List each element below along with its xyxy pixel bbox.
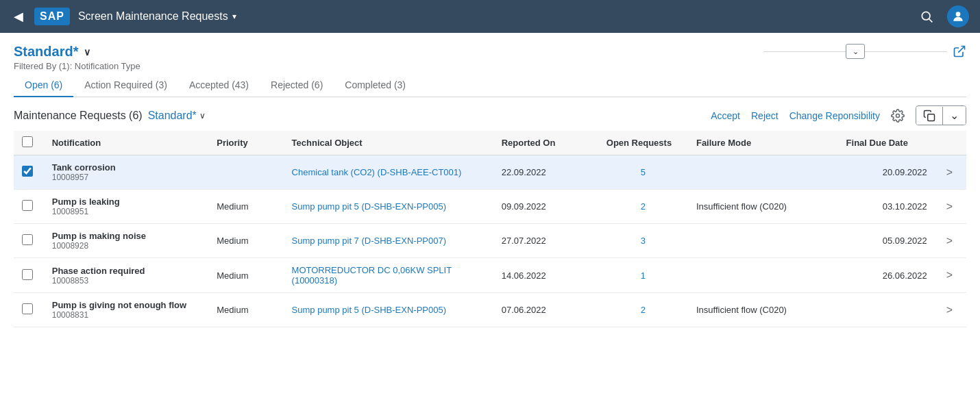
settings-button[interactable] (891, 109, 905, 123)
row5-reported: 07.06.2022 (493, 293, 598, 327)
tab-open[interactable]: Open (6) (14, 74, 73, 97)
tab-accepted[interactable]: Accepted (43) (178, 74, 260, 97)
copy-icon (923, 110, 935, 122)
table-row[interactable]: Pump is giving not enough flow 10008831 … (14, 293, 966, 327)
scroll-line-left (763, 51, 846, 52)
row4-nav-button[interactable]: > (944, 266, 955, 284)
search-button[interactable] (917, 7, 936, 26)
settings-icon (891, 109, 905, 123)
row4-checkbox[interactable] (22, 269, 33, 280)
row1-open-requests[interactable]: 5 (598, 155, 688, 190)
table-area: Maintenance Requests (6) Standard* ∨ Acc… (0, 97, 980, 327)
user-avatar[interactable] (947, 5, 969, 27)
toolbar-right: Accept Reject Change Reponsibility ⌄ (711, 105, 966, 125)
table-row[interactable]: Tank corrosion 10008957 Chemical tank (C… (14, 155, 966, 190)
sap-logo-text: SAP (40, 10, 64, 23)
row3-open-requests-link[interactable]: 3 (641, 236, 646, 246)
row3-priority: Medium (208, 224, 283, 258)
row2-notification: Pump is leaking 10008951 (44, 190, 209, 224)
tab-completed[interactable]: Completed (3) (334, 74, 417, 97)
accept-button[interactable]: Accept (711, 110, 740, 121)
search-icon (920, 10, 933, 23)
row2-open-requests-link[interactable]: 2 (641, 201, 646, 212)
row5-nav: > (935, 293, 966, 327)
row5-technical[interactable]: Sump pump pit 5 (D-SHB-EXN-PP005) (284, 293, 493, 327)
row5-nav-button[interactable]: > (944, 301, 955, 319)
select-all-header (14, 131, 44, 155)
row3-nav-button[interactable]: > (944, 232, 955, 250)
row1-nav-button[interactable]: > (944, 164, 955, 181)
select-all-checkbox[interactable] (22, 136, 33, 147)
row2-reported: 09.09.2022 (493, 190, 598, 224)
row1-checkbox[interactable] (22, 166, 33, 177)
row3-notification-id: 10008928 (52, 241, 201, 251)
row4-checkbox-cell (14, 258, 44, 293)
row2-checkbox[interactable] (22, 200, 33, 211)
row2-notification-id: 10008951 (52, 207, 201, 216)
row3-technical-link[interactable]: Sump pump pit 7 (D-SHB-EXN-PP007) (292, 236, 446, 246)
row1-open-requests-link[interactable]: 5 (641, 167, 646, 177)
copy-button[interactable] (916, 107, 943, 125)
row2-failure-mode: Insufficient flow (C020) (688, 190, 838, 224)
row4-notification: Phase action required 10008853 (44, 258, 209, 293)
scroll-line-right (865, 51, 947, 52)
row5-open-requests-link[interactable]: 2 (641, 305, 646, 315)
row4-open-requests-link[interactable]: 1 (641, 270, 646, 281)
row3-due-date: 05.09.2022 (838, 224, 935, 258)
table-view-selector[interactable]: Standard* ∨ (148, 110, 206, 122)
row2-technical[interactable]: Sump pump pit 5 (D-SHB-EXN-PP005) (284, 190, 493, 224)
row5-technical-link[interactable]: Sump pump pit 5 (D-SHB-EXN-PP005) (292, 305, 446, 315)
scroll-down-button[interactable]: ⌄ (846, 44, 865, 59)
row2-nav-button[interactable]: > (944, 198, 955, 216)
col-header-notification: Notification (44, 131, 209, 155)
row5-checkbox-cell (14, 293, 44, 327)
table-view-caret-icon[interactable]: ∨ (199, 111, 206, 121)
row3-notification-name: Pump is making noise (52, 231, 201, 241)
page-title[interactable]: Standard* ∨ (14, 44, 140, 60)
row5-checkbox[interactable] (22, 303, 33, 314)
row1-technical[interactable]: Chemical tank (CO2) (D-SHB-AEE-CT001) (284, 155, 493, 190)
col-header-technical: Technical Object (284, 131, 493, 155)
page-title-caret-icon[interactable]: ∨ (84, 47, 90, 58)
export-button[interactable] (953, 45, 966, 62)
row2-technical-link[interactable]: Sump pump pit 5 (D-SHB-EXN-PP005) (292, 201, 446, 212)
row5-notification: Pump is giving not enough flow 10008831 (44, 293, 209, 327)
row3-open-requests[interactable]: 3 (598, 224, 688, 258)
row4-open-requests[interactable]: 1 (598, 258, 688, 293)
reject-button[interactable]: Reject (751, 110, 779, 121)
col-header-nav (935, 131, 966, 155)
table-row[interactable]: Phase action required 10008853 Medium MO… (14, 258, 966, 293)
tab-action-required[interactable]: Action Required (3) (73, 74, 178, 97)
filter-description: Filtered By (1): Notification Type (14, 61, 140, 71)
row4-technical[interactable]: MOTORREDUCTOR DC 0,06KW SPLIT (10000318) (284, 258, 493, 293)
row4-technical-link[interactable]: MOTORREDUCTOR DC 0,06KW SPLIT (10000318) (292, 265, 452, 286)
back-button[interactable]: ◀ (11, 6, 26, 27)
row3-checkbox[interactable] (22, 234, 33, 245)
row1-due-date: 20.09.2022 (838, 155, 935, 190)
row3-checkbox-cell (14, 224, 44, 258)
table-row[interactable]: Pump is leaking 10008951 Medium Sump pum… (14, 190, 966, 224)
svg-point-4 (896, 114, 900, 117)
svg-rect-5 (928, 114, 935, 121)
top-bar-right (917, 5, 969, 27)
page-header-right: ⌄ (763, 44, 966, 62)
row1-priority (208, 155, 283, 190)
app-title-caret-icon[interactable]: ▾ (232, 12, 236, 21)
table-title: Maintenance Requests (6) (14, 110, 143, 122)
maintenance-requests-table: Notification Priority Technical Object R… (14, 131, 966, 327)
row3-technical[interactable]: Sump pump pit 7 (D-SHB-EXN-PP007) (284, 224, 493, 258)
change-responsibility-button[interactable]: Change Reponsibility (789, 110, 880, 121)
row2-nav: > (935, 190, 966, 224)
table-row[interactable]: Pump is making noise 10008928 Medium Sum… (14, 224, 966, 258)
row5-open-requests[interactable]: 2 (598, 293, 688, 327)
row4-notification-id: 10008853 (52, 276, 201, 286)
row1-technical-link[interactable]: Chemical tank (CO2) (D-SHB-AEE-CT001) (292, 167, 462, 177)
row4-due-date: 26.06.2022 (838, 258, 935, 293)
row5-due-date (838, 293, 935, 327)
toolbar-btn-group: ⌄ (916, 105, 966, 125)
toolbar-dropdown-button[interactable]: ⌄ (943, 106, 966, 125)
tab-rejected[interactable]: Rejected (6) (260, 74, 334, 97)
app-title-text: Screen Maintenance Requests (78, 10, 228, 23)
row1-checkbox-cell (14, 155, 44, 190)
row2-open-requests[interactable]: 2 (598, 190, 688, 224)
